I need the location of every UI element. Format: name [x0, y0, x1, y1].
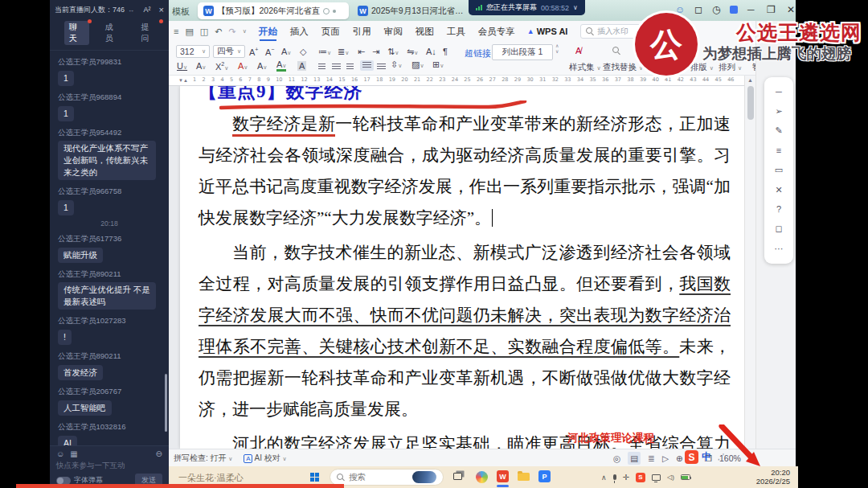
restore-button[interactable]: ❐ [767, 4, 776, 15]
menu-tab-tools[interactable]: 工具 [446, 23, 466, 41]
shading-button[interactable]: ▨∨ [411, 59, 424, 70]
arrange-label[interactable]: 排列 ∨ [719, 62, 742, 73]
new-tab-icon[interactable]: ◻ [694, 4, 702, 15]
text-direction-icon[interactable]: ⇅∨ [387, 47, 399, 57]
quickbar-chevron-icon[interactable]: ∨ [243, 28, 247, 35]
paragraph-style-box[interactable]: 列出段落 1 [492, 44, 553, 60]
p-app-icon[interactable]: P [538, 470, 551, 482]
highlight-button[interactable]: A∨ [257, 61, 267, 71]
line-spacing-button[interactable]: ⇳∨ [391, 59, 402, 70]
text-effect-icon[interactable]: A∨ [281, 47, 291, 56]
display-icon[interactable] [652, 474, 661, 481]
style-set-label[interactable]: 样式集 ∨ [569, 62, 601, 73]
vertical-scrollbar[interactable]: ▲ [744, 76, 755, 449]
help-icon[interactable]: ? [776, 204, 781, 214]
document-tab-2[interactable]: W 2025年9月13日河北省直机关遴选 [352, 2, 471, 19]
align-left-button[interactable] [318, 64, 326, 71]
font-size-select[interactable]: 四号∨ [213, 45, 245, 58]
file-menu-icon[interactable]: ≡ [174, 27, 178, 36]
style-spinner[interactable]: ∧∨ [555, 43, 559, 55]
image-icon[interactable]: ▦ [70, 449, 77, 458]
indent-marker-icon[interactable]: ▼▲ [178, 78, 188, 83]
menu-tab-member[interactable]: 会员专享 [477, 23, 516, 41]
file-explorer-icon[interactable] [518, 473, 530, 481]
bullet-list-icon[interactable]: ≔∨ [318, 47, 331, 57]
find-replace-label[interactable]: 查找替换 ∨ [603, 62, 643, 73]
font-name-select[interactable]: 312∨ [176, 45, 210, 58]
collab-icon[interactable] [730, 6, 738, 14]
document-page[interactable]: 【重点9】数字经济 数字经济是新一轮科技革命和产业变革带来的新经济形态，正加速与… [180, 86, 744, 449]
pen-icon[interactable]: ✎ [775, 125, 782, 136]
undo-icon[interactable]: ↶ [215, 27, 222, 37]
browser-icon[interactable] [476, 471, 488, 483]
border-button[interactable]: ⊞∨ [432, 59, 444, 70]
microphone-icon[interactable] [613, 474, 616, 480]
align-right-button[interactable] [346, 64, 354, 71]
underline-button[interactable]: U∨ [177, 61, 187, 71]
danmu-toggle[interactable] [56, 477, 71, 485]
menu-tab-view[interactable]: 视图 [415, 23, 435, 41]
history-clock-icon[interactable]: ◷ [712, 4, 720, 15]
horizontal-ruler[interactable]: ▼▲ 1234567891011121314151617181920212223… [169, 76, 744, 86]
print-icon[interactable]: ◫ [200, 27, 208, 37]
wps-taskbar-icon[interactable]: W [497, 470, 509, 482]
sogou-tray-icon[interactable]: S [636, 473, 645, 482]
ime-mode-chinese[interactable]: 中 [702, 450, 711, 464]
account-avatar-icon[interactable]: ☺ [675, 4, 685, 15]
page-view-icon[interactable]: ▤ [628, 452, 641, 465]
chat-message-list[interactable]: 公选王学员7998311 公选王学员9688941 公选王学员954492现代化… [50, 57, 169, 488]
document-tab-active[interactable]: W 【预习版】2026年河北省直 [198, 2, 349, 19]
cursor-icon[interactable]: ➢ [775, 106, 782, 117]
swap-icon[interactable]: ↔ [128, 6, 134, 14]
eye-protect-icon[interactable]: ◎ [613, 453, 620, 463]
chat-tab-questions[interactable]: 提问 [136, 21, 161, 45]
settings-sliders-icon[interactable]: ≡ [776, 146, 781, 155]
chat-input-placeholder[interactable]: 快点来参与一下互动 [50, 458, 169, 471]
ai-proof-button[interactable]: AAI 校对 ∨ [244, 453, 286, 464]
battery-icon[interactable] [681, 474, 690, 480]
chat-tab-chat[interactable]: 聊天 [64, 21, 89, 45]
find-replace-icon[interactable] [612, 47, 620, 55]
emoji-icon[interactable]: ☺ [56, 449, 64, 458]
decrease-indent-icon[interactable]: ⇤ [358, 47, 365, 57]
read-mode-icon[interactable]: ▷ [662, 453, 669, 463]
wps-ai-button[interactable]: ▲WPS AI [527, 27, 568, 36]
justify-button[interactable] [360, 60, 374, 71]
speaker-icon[interactable]: ◁) [667, 474, 674, 481]
clear-format-icon[interactable]: ◇ [300, 47, 306, 57]
symbol-icon[interactable]: ⇋∨ [407, 47, 418, 57]
sogou-icon[interactable]: S [685, 450, 698, 464]
menu-tab-reference[interactable]: 引用 [352, 23, 372, 41]
menu-tab-page[interactable]: 页面 [321, 23, 341, 41]
tools-icon[interactable]: ✕ [775, 185, 782, 195]
outline-view-icon[interactable]: ≣ [648, 453, 655, 463]
chat-close-icon[interactable]: × [159, 5, 164, 14]
font-size-button[interactable]: A² [144, 6, 151, 14]
decrease-font-icon[interactable]: A− [265, 47, 274, 57]
comment-icon[interactable] [323, 8, 330, 14]
style-set-icon[interactable]: A̸ [575, 46, 581, 55]
char-shading-button[interactable]: A [297, 61, 306, 71]
hyperlink-button[interactable]: 超链接 [465, 47, 491, 59]
para-mark-icon[interactable]: ¶ [443, 47, 448, 56]
minimize-button[interactable]: ─ [747, 4, 755, 15]
theme-icon[interactable]: ◻ [775, 223, 782, 234]
sort-icon[interactable]: A↓ [426, 47, 436, 56]
scrollbar-thumb[interactable] [747, 86, 754, 120]
redo-icon[interactable]: ↷ [228, 27, 235, 37]
screen-share-badge[interactable]: 您正在共享屏幕 00:58:52 ∨ [469, 0, 585, 15]
tray-expand-icon[interactable]: ∧ [601, 474, 607, 482]
chat-tab-members[interactable]: 成员 [100, 21, 125, 45]
scroll-up-arrow[interactable]: ▲ [745, 77, 755, 83]
start-button[interactable] [310, 473, 320, 482]
increase-font-icon[interactable]: A+ [249, 47, 258, 57]
taskbar-search-box[interactable]: 搜索 [330, 469, 444, 486]
more-options-icon[interactable]: ⊖ [156, 449, 162, 458]
distribute-button[interactable] [377, 64, 386, 71]
font-color-button[interactable]: A∨ [276, 59, 286, 72]
chat-scrollbar[interactable] [165, 374, 167, 432]
spell-check-status[interactable]: 拼写检查: 打开 ∨ [174, 453, 232, 464]
menu-tab-home[interactable]: 开始 [258, 23, 278, 41]
pinyin-button[interactable]: A∨ [238, 61, 248, 71]
increase-indent-icon[interactable]: ⇥ [372, 47, 379, 57]
